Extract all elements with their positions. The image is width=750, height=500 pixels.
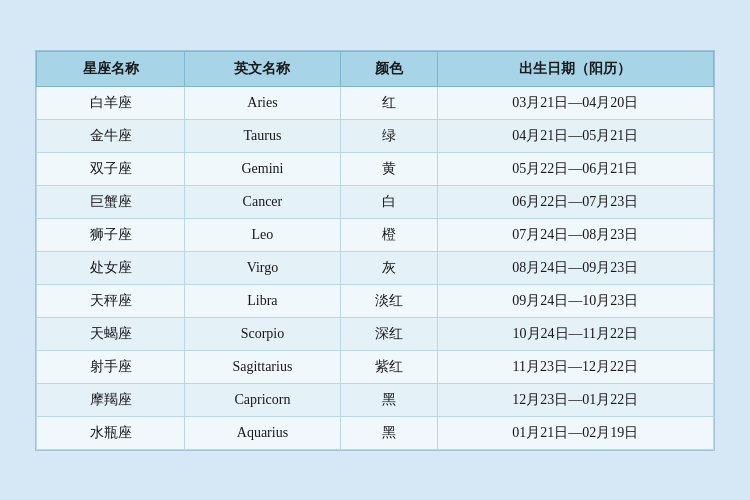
cell-chinese-name: 双子座 [37, 152, 185, 185]
cell-chinese-name: 摩羯座 [37, 383, 185, 416]
cell-english-name: Taurus [185, 119, 340, 152]
cell-color: 白 [340, 185, 437, 218]
cell-english-name: Capricorn [185, 383, 340, 416]
zodiac-table: 星座名称 英文名称 颜色 出生日期（阳历） 白羊座Aries红03月21日—04… [36, 51, 714, 450]
table-row: 狮子座Leo橙07月24日—08月23日 [37, 218, 714, 251]
cell-dates: 12月23日—01月22日 [437, 383, 713, 416]
table-row: 白羊座Aries红03月21日—04月20日 [37, 86, 714, 119]
cell-color: 深红 [340, 317, 437, 350]
cell-english-name: Virgo [185, 251, 340, 284]
cell-english-name: Leo [185, 218, 340, 251]
cell-chinese-name: 狮子座 [37, 218, 185, 251]
table-row: 射手座Sagittarius紫红11月23日—12月22日 [37, 350, 714, 383]
table-row: 水瓶座Aquarius黑01月21日—02月19日 [37, 416, 714, 449]
header-dates: 出生日期（阳历） [437, 51, 713, 86]
cell-color: 红 [340, 86, 437, 119]
header-chinese-name: 星座名称 [37, 51, 185, 86]
table-row: 天蝎座Scorpio深红10月24日—11月22日 [37, 317, 714, 350]
cell-chinese-name: 巨蟹座 [37, 185, 185, 218]
cell-chinese-name: 金牛座 [37, 119, 185, 152]
cell-english-name: Cancer [185, 185, 340, 218]
cell-chinese-name: 天秤座 [37, 284, 185, 317]
cell-chinese-name: 白羊座 [37, 86, 185, 119]
cell-english-name: Sagittarius [185, 350, 340, 383]
cell-english-name: Libra [185, 284, 340, 317]
table-header-row: 星座名称 英文名称 颜色 出生日期（阳历） [37, 51, 714, 86]
cell-color: 灰 [340, 251, 437, 284]
cell-dates: 04月21日—05月21日 [437, 119, 713, 152]
zodiac-table-container: 星座名称 英文名称 颜色 出生日期（阳历） 白羊座Aries红03月21日—04… [35, 50, 715, 451]
cell-dates: 11月23日—12月22日 [437, 350, 713, 383]
table-row: 巨蟹座Cancer白06月22日—07月23日 [37, 185, 714, 218]
cell-english-name: Aquarius [185, 416, 340, 449]
cell-dates: 08月24日—09月23日 [437, 251, 713, 284]
cell-english-name: Scorpio [185, 317, 340, 350]
cell-dates: 01月21日—02月19日 [437, 416, 713, 449]
header-color: 颜色 [340, 51, 437, 86]
table-row: 处女座Virgo灰08月24日—09月23日 [37, 251, 714, 284]
cell-dates: 05月22日—06月21日 [437, 152, 713, 185]
cell-color: 淡红 [340, 284, 437, 317]
cell-chinese-name: 处女座 [37, 251, 185, 284]
table-row: 天秤座Libra淡红09月24日—10月23日 [37, 284, 714, 317]
cell-chinese-name: 天蝎座 [37, 317, 185, 350]
cell-english-name: Aries [185, 86, 340, 119]
cell-chinese-name: 射手座 [37, 350, 185, 383]
cell-color: 黑 [340, 416, 437, 449]
cell-dates: 10月24日—11月22日 [437, 317, 713, 350]
cell-dates: 06月22日—07月23日 [437, 185, 713, 218]
cell-color: 绿 [340, 119, 437, 152]
cell-english-name: Gemini [185, 152, 340, 185]
table-row: 摩羯座Capricorn黑12月23日—01月22日 [37, 383, 714, 416]
cell-color: 黄 [340, 152, 437, 185]
cell-dates: 03月21日—04月20日 [437, 86, 713, 119]
header-english-name: 英文名称 [185, 51, 340, 86]
cell-color: 黑 [340, 383, 437, 416]
cell-dates: 07月24日—08月23日 [437, 218, 713, 251]
table-row: 双子座Gemini黄05月22日—06月21日 [37, 152, 714, 185]
cell-color: 橙 [340, 218, 437, 251]
cell-dates: 09月24日—10月23日 [437, 284, 713, 317]
table-row: 金牛座Taurus绿04月21日—05月21日 [37, 119, 714, 152]
cell-color: 紫红 [340, 350, 437, 383]
cell-chinese-name: 水瓶座 [37, 416, 185, 449]
